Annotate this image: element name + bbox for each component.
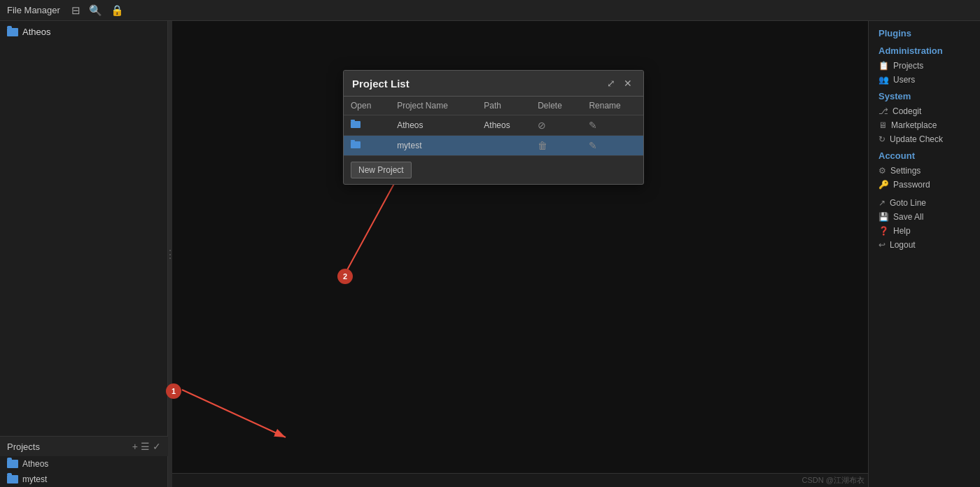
table-row: Atheos Atheos ⊘ ✎ (344, 115, 643, 136)
delete-cell-atheos[interactable]: ⊘ (531, 115, 582, 136)
project-list-table: Open Project Name Path Delete Rename Ath… (344, 97, 643, 156)
menu-item-goto-line[interactable]: ↗ Goto Line (869, 196, 980, 210)
delete-cell-mytest[interactable]: 🗑 (531, 136, 582, 156)
account-section-title: Account (869, 146, 980, 164)
dialog-move-btn[interactable]: ⤢ (604, 76, 618, 90)
name-cell-mytest: mytest (390, 136, 477, 156)
menu-item-projects[interactable]: 📋 Projects (869, 59, 980, 73)
help-menu-label: Help (893, 226, 911, 236)
project-atheos-label: Atheos (22, 459, 48, 469)
open-folder-icon-atheos (351, 121, 360, 128)
left-sidebar: Atheos Projects + ☰ ✓ Atheos mytest (0, 21, 168, 487)
annotation-2: 2 (337, 269, 353, 284)
delete-icon-mytest[interactable]: 🗑 (538, 140, 547, 151)
codegit-menu-icon: ⎇ (878, 106, 888, 116)
project-atheos-icon (7, 460, 18, 468)
rename-icon-atheos[interactable]: ✎ (589, 120, 597, 131)
projects-section: Projects + ☰ ✓ Atheos mytest (0, 436, 168, 487)
check-projects-icon[interactable]: ✓ (153, 441, 161, 452)
dialog-titlebar: Project List ⤢ ✕ (344, 71, 643, 97)
watermark: CSDN @江湖布衣 (802, 475, 864, 486)
path-cell-mytest (477, 136, 531, 156)
open-folder-icon-mytest (351, 141, 360, 148)
gotoline-menu-label: Goto Line (890, 198, 926, 208)
table-row: mytest 🗑 ✎ (344, 136, 643, 156)
settings-menu-icon: ⚙ (878, 166, 886, 176)
list-projects-icon[interactable]: ☰ (141, 441, 150, 452)
annotation-1: 1 (166, 383, 181, 399)
projects-menu-label: Projects (893, 61, 923, 71)
project-mytest-label: mytest (22, 474, 47, 484)
col-path: Path (477, 97, 531, 115)
update-menu-label: Update Check (890, 134, 943, 144)
update-menu-icon: ↻ (878, 134, 886, 144)
menu-item-password[interactable]: 🔑 Password (869, 178, 980, 192)
path-cell-atheos: Atheos (477, 115, 531, 136)
menu-item-marketplace[interactable]: 🖥 Marketplace (869, 118, 980, 132)
administration-section-title: Administration (869, 41, 980, 59)
logout-menu-icon: ↩ (878, 240, 886, 250)
menu-item-update-check[interactable]: ↻ Update Check (869, 132, 980, 146)
menu-item-logout[interactable]: ↩ Logout (869, 238, 980, 252)
root-folder-icon (7, 28, 18, 36)
add-project-icon[interactable]: + (132, 441, 138, 452)
users-menu-icon: 👥 (878, 75, 889, 85)
rename-cell-mytest[interactable]: ✎ (582, 136, 643, 156)
password-menu-label: Password (893, 180, 930, 190)
col-delete: Delete (531, 97, 582, 115)
filter-icon[interactable]: ⊟ (71, 4, 80, 17)
project-mytest-icon (7, 475, 18, 484)
topbar-title: File Manager (7, 5, 60, 15)
topbar: File Manager ⊟ 🔍 🔒 (0, 0, 980, 21)
saveall-menu-label: Save All (893, 212, 923, 222)
lock-icon[interactable]: 🔒 (111, 4, 124, 17)
col-project-name: Project Name (390, 97, 477, 115)
menu-item-settings[interactable]: ⚙ Settings (869, 164, 980, 178)
left-top-folder[interactable]: Atheos (0, 21, 167, 43)
dialog-close-btn[interactable]: ✕ (621, 76, 635, 90)
help-menu-icon: ❓ (878, 226, 889, 236)
col-open: Open (344, 97, 390, 115)
delete-icon-atheos[interactable]: ⊘ (538, 120, 546, 131)
users-menu-label: Users (893, 75, 915, 85)
marketplace-menu-icon: 🖥 (878, 120, 887, 130)
projects-menu-icon: 📋 (878, 61, 889, 71)
rename-cell-atheos[interactable]: ✎ (582, 115, 643, 136)
rename-icon-mytest[interactable]: ✎ (589, 140, 597, 151)
password-menu-icon: 🔑 (878, 180, 889, 190)
dialog-title: Project List (352, 78, 601, 90)
open-cell-atheos[interactable] (344, 115, 390, 136)
codegit-menu-label: Codegit (892, 106, 921, 116)
gotoline-menu-icon: ↗ (878, 198, 886, 208)
project-item-mytest[interactable]: mytest (0, 472, 168, 487)
bottom-bar (172, 473, 868, 487)
projects-title: Projects (7, 442, 130, 452)
menu-item-save-all[interactable]: 💾 Save All (869, 210, 980, 224)
menu-item-help[interactable]: ❓ Help (869, 224, 980, 238)
logout-menu-label: Logout (890, 240, 916, 250)
name-cell-atheos: Atheos (390, 115, 477, 136)
saveall-menu-icon: 💾 (878, 212, 889, 222)
search-icon[interactable]: 🔍 (89, 4, 102, 17)
projects-header: Projects + ☰ ✓ (0, 437, 168, 456)
root-folder-label: Atheos (22, 27, 50, 37)
new-project-button[interactable]: New Project (351, 162, 412, 178)
project-item-atheos[interactable]: Atheos (0, 456, 168, 472)
menu-item-users[interactable]: 👥 Users (869, 73, 980, 87)
marketplace-menu-label: Marketplace (891, 120, 937, 130)
right-sidebar: 🔒 Plugins Administration 📋 Projects 👥 Us… (868, 0, 980, 487)
settings-menu-label: Settings (890, 166, 920, 176)
system-section-title: System (869, 87, 980, 104)
project-list-dialog: Project List ⤢ ✕ Open Project Name Path … (343, 70, 644, 185)
menu-item-codegit[interactable]: ⎇ Codegit (869, 104, 980, 118)
col-rename: Rename (582, 97, 643, 115)
open-cell-mytest[interactable] (344, 136, 390, 156)
